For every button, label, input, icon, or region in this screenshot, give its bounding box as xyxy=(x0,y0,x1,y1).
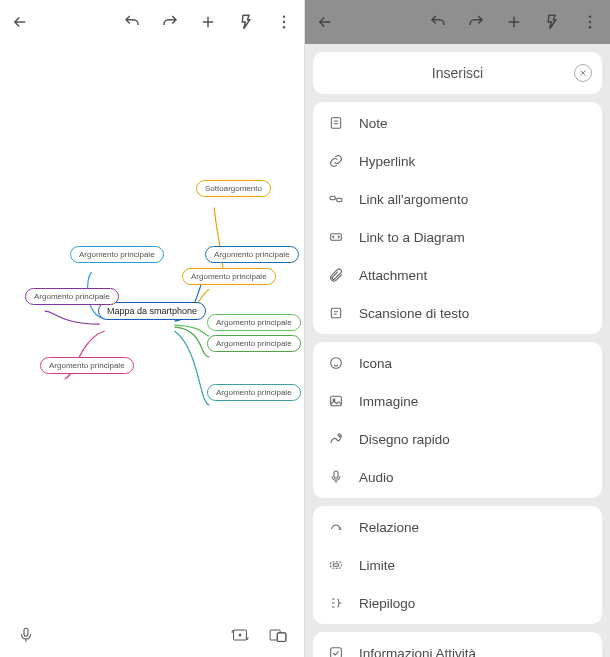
svg-point-11 xyxy=(589,26,591,28)
node-sub[interactable]: Sottoargomento xyxy=(196,180,271,197)
node-main[interactable]: Argomento principale xyxy=(40,357,134,374)
boundary-icon xyxy=(327,556,345,574)
insert-sheet: Inserisci Note Hyperlink Link all'argome… xyxy=(305,44,610,657)
more-icon[interactable] xyxy=(274,12,294,32)
topic-link-icon xyxy=(327,190,345,208)
image-icon xyxy=(327,392,345,410)
summary-icon xyxy=(327,594,345,612)
back-icon[interactable] xyxy=(10,12,30,32)
undo-icon xyxy=(428,12,448,32)
svg-rect-7 xyxy=(277,633,286,642)
svg-rect-22 xyxy=(333,564,338,567)
redo-icon[interactable] xyxy=(160,12,180,32)
item-label: Link all'argomento xyxy=(359,192,468,207)
svg-point-0 xyxy=(283,16,285,18)
checkbox-icon xyxy=(327,644,345,657)
mic-icon xyxy=(327,468,345,486)
insert-summary[interactable]: Riepilogo xyxy=(313,584,602,622)
diagram-link-icon xyxy=(327,228,345,246)
mic-icon[interactable] xyxy=(16,625,36,645)
node-main[interactable]: Argomento principale xyxy=(70,246,164,263)
center-node[interactable]: Mappa da smartphone xyxy=(98,302,206,320)
add-icon xyxy=(504,12,524,32)
add-icon[interactable] xyxy=(198,12,218,32)
svg-point-1 xyxy=(283,21,285,23)
sheet-title: Inserisci xyxy=(432,65,483,81)
svg-point-10 xyxy=(589,21,591,23)
svg-rect-13 xyxy=(330,196,335,199)
note-icon xyxy=(327,114,345,132)
node-main[interactable]: Argomento principale xyxy=(25,288,119,305)
sheet-group: Relazione Limite Riepilogo xyxy=(313,506,602,624)
scan-icon xyxy=(327,304,345,322)
svg-point-17 xyxy=(331,358,342,369)
editor-toolbar-dimmed xyxy=(305,0,610,44)
svg-rect-16 xyxy=(331,308,340,317)
insert-note[interactable]: Note xyxy=(313,104,602,142)
item-label: Hyperlink xyxy=(359,154,415,169)
insert-attachment[interactable]: Attachment xyxy=(313,256,602,294)
svg-rect-14 xyxy=(337,198,342,201)
node-main[interactable]: Argomento principale xyxy=(207,314,301,331)
insert-topic-link[interactable]: Link all'argomento xyxy=(313,180,602,218)
insert-sketch[interactable]: Disegno rapido xyxy=(313,420,602,458)
item-label: Note xyxy=(359,116,388,131)
node-main[interactable]: Argomento principale xyxy=(207,335,301,352)
more-icon xyxy=(580,12,600,32)
attachment-icon xyxy=(327,266,345,284)
insert-hyperlink[interactable]: Hyperlink xyxy=(313,142,602,180)
link-icon xyxy=(327,152,345,170)
back-icon xyxy=(315,12,335,32)
item-label: Link to a Diagram xyxy=(359,230,465,245)
item-label: Disegno rapido xyxy=(359,432,450,447)
item-label: Attachment xyxy=(359,268,427,283)
node-main[interactable]: Argomento principale xyxy=(205,246,299,263)
close-icon[interactable] xyxy=(574,64,592,82)
item-label: Icona xyxy=(359,356,392,371)
insert-relation[interactable]: Relazione xyxy=(313,508,602,546)
format-icon xyxy=(542,12,562,32)
node-main[interactable]: Argomento principale xyxy=(182,268,276,285)
undo-icon[interactable] xyxy=(122,12,142,32)
redo-icon xyxy=(466,12,486,32)
relation-icon xyxy=(327,518,345,536)
editor-toolbar xyxy=(0,0,304,44)
fit-view-icon[interactable] xyxy=(230,625,250,645)
svg-rect-12 xyxy=(331,118,340,129)
svg-rect-21 xyxy=(331,562,342,569)
item-label: Relazione xyxy=(359,520,419,535)
svg-point-2 xyxy=(283,26,285,28)
editor-pane: Mappa da smartphone Sottoargomento Argom… xyxy=(0,0,305,657)
insert-task-info[interactable]: Informazioni Attività xyxy=(313,634,602,657)
format-icon[interactable] xyxy=(236,12,256,32)
item-label: Immagine xyxy=(359,394,418,409)
svg-point-9 xyxy=(589,16,591,18)
mindmap-canvas[interactable]: Mappa da smartphone Sottoargomento Argom… xyxy=(0,44,304,613)
sheet-header: Inserisci xyxy=(313,52,602,94)
item-label: Riepilogo xyxy=(359,596,415,611)
insert-audio[interactable]: Audio xyxy=(313,458,602,496)
item-label: Informazioni Attività xyxy=(359,646,476,658)
insert-scan[interactable]: Scansione di testo xyxy=(313,294,602,332)
sheet-group: Informazioni Attività xyxy=(313,632,602,657)
svg-point-5 xyxy=(239,634,241,636)
svg-rect-18 xyxy=(331,396,342,405)
svg-rect-20 xyxy=(334,471,338,478)
sketch-icon xyxy=(327,430,345,448)
svg-rect-23 xyxy=(331,648,342,657)
editor-footer xyxy=(0,613,304,657)
insert-diagram-link[interactable]: Link to a Diagram xyxy=(313,218,602,256)
item-label: Scansione di testo xyxy=(359,306,469,321)
insert-pane: Inserisci Note Hyperlink Link all'argome… xyxy=(305,0,610,657)
insert-boundary[interactable]: Limite xyxy=(313,546,602,584)
item-label: Limite xyxy=(359,558,395,573)
insert-icon[interactable]: Icona xyxy=(313,344,602,382)
node-main[interactable]: Argomento principale xyxy=(207,384,301,401)
svg-rect-3 xyxy=(24,628,28,636)
outline-icon[interactable] xyxy=(268,625,288,645)
item-label: Audio xyxy=(359,470,394,485)
sheet-group: Note Hyperlink Link all'argomento Link t… xyxy=(313,102,602,334)
insert-image[interactable]: Immagine xyxy=(313,382,602,420)
sheet-group: Icona Immagine Disegno rapido Audio xyxy=(313,342,602,498)
smile-icon xyxy=(327,354,345,372)
